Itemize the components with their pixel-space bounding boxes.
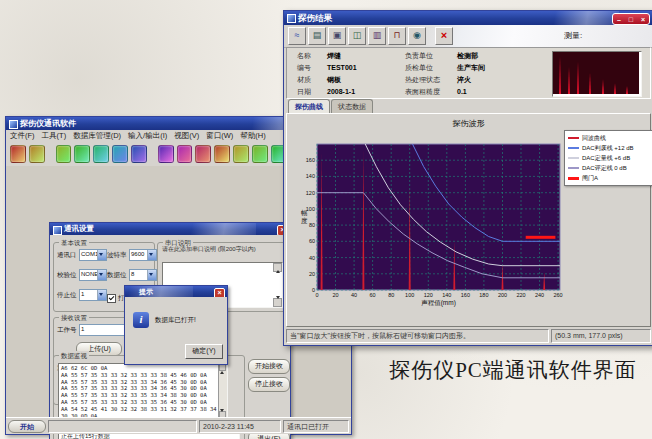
svg-text:40: 40	[351, 292, 357, 298]
chart-title: 探伤波形	[287, 118, 650, 129]
svg-text:20: 20	[332, 292, 338, 298]
open-port-checkbox[interactable]	[107, 294, 116, 303]
svg-text:幅: 幅	[301, 209, 308, 217]
chevron-down-icon[interactable]	[147, 270, 156, 280]
preview-icon[interactable]: ◫	[348, 27, 366, 45]
minimize-icon[interactable]: –	[617, 15, 621, 24]
search-icon[interactable]	[93, 145, 109, 163]
svg-text:度: 度	[301, 217, 308, 225]
svg-text:0: 0	[315, 292, 318, 298]
chevron-down-icon[interactable]	[97, 250, 106, 260]
svg-text:220: 220	[516, 292, 525, 298]
save-icon[interactable]	[29, 145, 45, 163]
info-row: 热处理状态淬火	[405, 75, 485, 87]
info-label: 表面粗糙度	[405, 87, 457, 97]
serial-note-hint: 请在此添加串口说明 (限200字以内)	[162, 246, 283, 253]
result-toolbar: ≈▤▣◫▥⊓◉×测量:	[284, 25, 652, 48]
chevron-down-icon[interactable]	[97, 270, 106, 280]
chart-legend: 回波曲线DAC判废线 +12 dBDAC定量线 +6 dBDAC评定线 0 dB…	[564, 130, 652, 186]
tab-flaw-curve[interactable]: 探伤曲线	[288, 99, 330, 113]
package-icon[interactable]	[214, 145, 230, 163]
group-label: 基本设置	[59, 238, 89, 247]
info-value: 淬火	[457, 75, 471, 85]
menu-item[interactable]: 文件(F)	[10, 131, 35, 141]
legend-item: DAC评定线 0 dB	[568, 163, 650, 173]
menu-item[interactable]: 输入/输出(I)	[128, 131, 167, 141]
svg-text:80: 80	[388, 292, 394, 298]
menu-item[interactable]: 数据库管理(D)	[73, 131, 121, 141]
hex-data-row: AA 55 57 35 33 33 32 33 33 34 36 45 30 0…	[61, 385, 217, 392]
svg-text:80: 80	[309, 222, 315, 228]
bar-chart-icon[interactable]	[252, 145, 268, 163]
svg-text:240: 240	[535, 292, 544, 298]
gate-icon[interactable]: ⊓	[388, 27, 406, 45]
info-label: 热处理状态	[405, 75, 457, 85]
menu-item[interactable]: 窗口(W)	[206, 131, 233, 141]
report-icon[interactable]	[233, 145, 249, 163]
comm-port-select[interactable]: COM1	[79, 249, 107, 261]
comm-settings-dialog: 通讯设置 × 基本设置 通讯口COM1 波特率9600 校验位NONE	[49, 222, 291, 439]
info-label: 编号	[297, 63, 327, 73]
svg-text:120: 120	[424, 292, 433, 298]
menu-item[interactable]: 帮助(H)	[240, 131, 265, 141]
app-icon	[9, 120, 18, 129]
start-button[interactable]: 开始	[8, 420, 46, 433]
open-file-icon[interactable]	[10, 145, 26, 163]
font-icon[interactable]	[158, 145, 174, 163]
chevron-down-icon[interactable]	[147, 250, 156, 260]
restore-icon[interactable]: □	[629, 15, 633, 24]
measure-label: 测量:	[564, 30, 582, 41]
baud-rate-select[interactable]: 9600	[129, 249, 157, 261]
waveform-icon[interactable]: ≈	[288, 27, 306, 45]
scroll-up-icon[interactable]	[273, 263, 282, 272]
knight-icon[interactable]	[131, 145, 147, 163]
print-icon[interactable]: ▣	[328, 27, 346, 45]
edit-icon[interactable]	[74, 145, 90, 163]
stop-bits-select[interactable]: 1	[79, 289, 107, 301]
legend-swatch	[568, 177, 579, 180]
data-bits-select[interactable]: 8	[129, 269, 157, 281]
start-receive-button[interactable]: 开始接收	[248, 359, 290, 374]
vertical-scrollbar[interactable]	[218, 364, 227, 418]
zoom-window-icon[interactable]: ◉	[408, 27, 426, 45]
main-statusbar: 开始 2010-2-23 11:45 通讯口已打开	[6, 417, 351, 434]
close-icon[interactable]: ×	[641, 15, 645, 24]
svg-text:260: 260	[554, 292, 563, 298]
menu-item[interactable]: 工具(T)	[42, 131, 67, 141]
scroll-up-icon[interactable]	[219, 364, 226, 371]
link-icon[interactable]	[195, 145, 211, 163]
ok-button[interactable]: 确定(Y)	[185, 344, 223, 359]
comm-dialog-titlebar[interactable]: 通讯设置 ×	[50, 223, 290, 235]
tab-status-data[interactable]: 状态数据	[331, 99, 373, 113]
data-monitor-list[interactable]: A6 62 6C 0D 0AAA 55 57 35 33 33 32 33 33…	[58, 363, 228, 419]
pie-chart-icon[interactable]	[177, 145, 193, 163]
titlebar-swoosh	[125, 286, 193, 297]
statusbar-hint: 当"窗口放大"按钮按下时，按鼠标右键可移动窗口内图形。	[286, 329, 549, 343]
info-icon: i	[133, 312, 149, 328]
copy-icon[interactable]: ▥	[368, 27, 386, 45]
svg-text:200: 200	[498, 292, 507, 298]
info-row: 表面粗糙度0.1	[405, 87, 485, 99]
svg-text:60: 60	[370, 292, 376, 298]
stop-receive-button[interactable]: 停止接收	[248, 377, 290, 392]
info-row: 名称焊缝	[297, 51, 357, 63]
parity-select[interactable]: NONE	[79, 269, 107, 281]
close-icon[interactable]: ×	[214, 288, 225, 297]
save-icon[interactable]: ▤	[308, 27, 326, 45]
result-window-titlebar[interactable]: 探伤结果 – □ ×	[284, 11, 652, 25]
group-label: 数据监视	[59, 351, 89, 360]
hex-data-row: AA 55 57 35 33 33 32 33 33 34 36 45 30 0…	[61, 379, 217, 386]
message-box-titlebar[interactable]: 提示 ×	[125, 286, 227, 297]
info-label: 日期	[297, 87, 327, 97]
close-red-icon[interactable]: ×	[435, 27, 453, 45]
info-value: 钢板	[327, 75, 341, 85]
chevron-down-icon[interactable]	[97, 290, 106, 300]
comm-dialog-title: 通讯设置	[64, 224, 94, 233]
menu-item[interactable]: 视图(V)	[174, 131, 199, 141]
message-box: 提示 × i 数据库已打开! 确定(Y)	[124, 285, 228, 365]
lock-icon[interactable]	[112, 145, 128, 163]
scroll-down-icon[interactable]	[273, 298, 282, 307]
field-label: 工作号	[57, 324, 79, 335]
svg-text:180: 180	[479, 292, 488, 298]
database-icon[interactable]	[56, 145, 72, 163]
